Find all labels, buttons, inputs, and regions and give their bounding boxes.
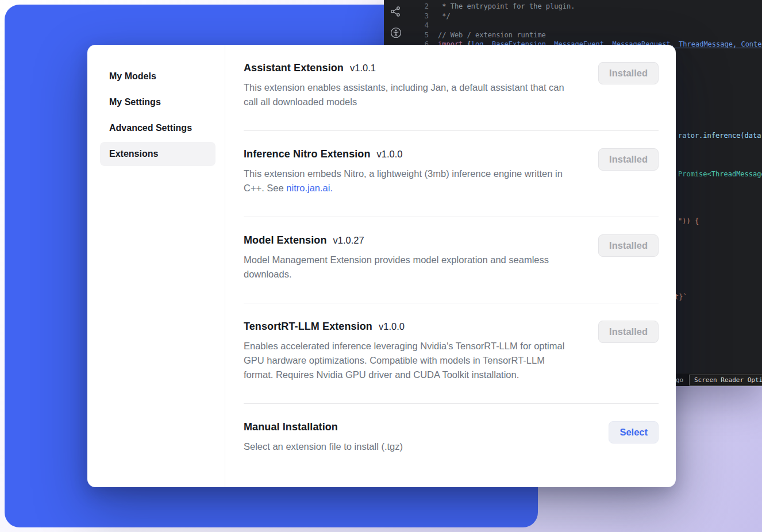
sidebar-item-extensions[interactable]: Extensions	[100, 142, 215, 166]
code-fragment: Promise<ThreadMessage>	[678, 170, 762, 178]
code-line: 4	[414, 21, 762, 30]
extension-title: Model Extension	[244, 234, 327, 246]
line-number: 2	[414, 2, 429, 11]
extension-description: Enables accelerated inference leveraging…	[244, 339, 576, 382]
sidebar-item-my-models[interactable]: My Models	[100, 64, 215, 88]
settings-modal: My Models My Settings Advanced Settings …	[87, 45, 676, 487]
manual-installation-description: Select an extension file to install (.tg…	[244, 440, 403, 454]
sidebar-item-advanced-settings[interactable]: Advanced Settings	[100, 116, 215, 140]
line-number: 5	[414, 30, 429, 40]
extension-row-tensorrt: TensortRT-LLM Extension v1.0.0 Enables a…	[244, 303, 659, 404]
extension-title: TensortRT-LLM Extension	[244, 321, 372, 333]
settings-sidebar: My Models My Settings Advanced Settings …	[87, 45, 225, 487]
code-lines: 2 * The entrypoint for the plugin. 3 */ …	[414, 2, 762, 49]
code-fragment: ")) {	[678, 217, 699, 225]
extension-description: This extension enables assistants, inclu…	[244, 80, 576, 109]
installed-button[interactable]: Installed	[598, 148, 659, 171]
editor-gutter	[390, 6, 402, 39]
extension-description: Model Management Extension provides mode…	[244, 253, 576, 282]
line-number: 4	[414, 21, 429, 30]
manual-installation-title: Manual Installation	[244, 421, 338, 433]
code-text: */	[438, 11, 451, 21]
extension-info: TensortRT-LLM Extension v1.0.0 Enables a…	[244, 321, 576, 382]
extension-version: v1.0.0	[377, 149, 403, 160]
screen-reader-badge: Screen Reader Optimiz	[689, 375, 762, 385]
code-line: 5// Web / extension runtime	[414, 30, 762, 40]
line-number: 3	[414, 11, 429, 21]
code-line: 2 * The entrypoint for the plugin.	[414, 2, 762, 11]
select-file-button[interactable]: Select	[609, 421, 659, 444]
page-background: 2 * The entrypoint for the plugin. 3 */ …	[0, 0, 762, 532]
extensions-panel: Assistant Extension v1.0.1 This extensio…	[225, 45, 676, 487]
accessibility-icon	[390, 26, 402, 39]
extension-info: Assistant Extension v1.0.1 This extensio…	[244, 62, 576, 109]
extension-version: v1.0.0	[379, 321, 405, 332]
extension-title: Inference Nitro Extension	[244, 148, 371, 160]
extension-row-model: Model Extension v1.0.27 Model Management…	[244, 217, 659, 303]
code-fragment: t}`	[675, 293, 687, 301]
extension-info: Inference Nitro Extension v1.0.0 This ex…	[244, 148, 576, 195]
extension-row-nitro: Inference Nitro Extension v1.0.0 This ex…	[244, 131, 659, 217]
extension-info: Model Extension v1.0.27 Model Management…	[244, 234, 576, 282]
installed-button[interactable]: Installed	[598, 321, 659, 343]
extension-info: Manual Installation Select an extension …	[244, 421, 403, 454]
sidebar-item-my-settings[interactable]: My Settings	[100, 90, 215, 114]
extension-version: v1.0.1	[350, 63, 376, 74]
extension-version: v1.0.27	[333, 235, 364, 246]
extension-title: Assistant Extension	[244, 62, 344, 74]
git-branch-icon	[390, 6, 402, 17]
code-fragment: rator.inference(data));	[678, 132, 762, 140]
nitro-jan-ai-link[interactable]: nitro.jan.ai.	[286, 183, 333, 193]
status-text: go	[676, 376, 683, 384]
extension-description: This extension embeds Nitro, a lightweig…	[244, 167, 576, 195]
installed-button[interactable]: Installed	[598, 62, 659, 84]
extension-row-assistant: Assistant Extension v1.0.1 This extensio…	[244, 45, 659, 131]
manual-installation-row: Manual Installation Select an extension …	[244, 404, 659, 475]
installed-button[interactable]: Installed	[598, 234, 659, 257]
code-text: // Web / extension runtime	[438, 30, 546, 40]
code-line: 3 */	[414, 11, 762, 21]
code-text: * The entrypoint for the plugin.	[438, 2, 575, 11]
